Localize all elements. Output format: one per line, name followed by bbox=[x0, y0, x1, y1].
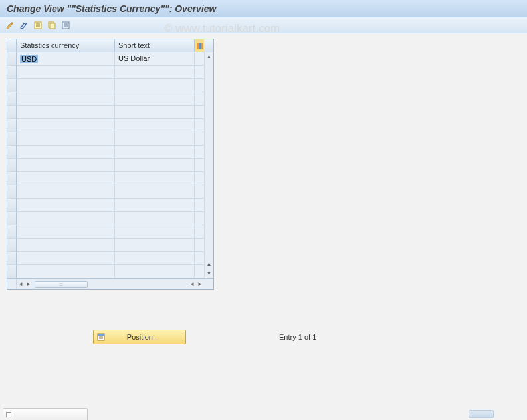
copy-icon[interactable] bbox=[46, 19, 58, 31]
new-entries-icon[interactable] bbox=[32, 19, 44, 31]
row-selector[interactable] bbox=[7, 172, 17, 185]
table-row[interactable] bbox=[7, 212, 204, 225]
table-row[interactable] bbox=[7, 119, 204, 132]
scroll-right-icon[interactable]: ► bbox=[196, 281, 204, 287]
column-config-icon[interactable] bbox=[195, 39, 204, 52]
cell-currency[interactable] bbox=[17, 265, 115, 278]
table-row[interactable]: USDUS Dollar bbox=[7, 52, 204, 66]
horizontal-scrollbar[interactable]: ◄ ► ::: ◄ ► bbox=[7, 278, 213, 289]
delete-icon[interactable] bbox=[60, 19, 72, 31]
row-selector-header[interactable] bbox=[7, 39, 17, 52]
cell-shorttext[interactable] bbox=[115, 252, 195, 264]
cell-shorttext[interactable] bbox=[115, 239, 195, 251]
cell-shorttext[interactable] bbox=[115, 119, 195, 132]
table-row[interactable] bbox=[7, 106, 204, 119]
hscroll-corner bbox=[7, 279, 17, 289]
cell-currency[interactable] bbox=[17, 79, 115, 92]
column-header-currency[interactable]: Statistics currency bbox=[17, 39, 115, 52]
row-selector[interactable] bbox=[7, 132, 17, 145]
table-row[interactable] bbox=[7, 66, 204, 79]
cell-currency[interactable] bbox=[17, 252, 115, 264]
cell-shorttext[interactable] bbox=[115, 159, 195, 171]
scroll-up-icon[interactable]: ▲ bbox=[207, 52, 212, 62]
row-selector[interactable] bbox=[7, 252, 17, 264]
cell-currency[interactable] bbox=[17, 225, 115, 238]
cell-currency[interactable] bbox=[17, 106, 115, 118]
cell-currency[interactable] bbox=[17, 159, 115, 171]
cell-currency[interactable] bbox=[17, 172, 115, 185]
cell-shorttext[interactable] bbox=[115, 265, 195, 278]
row-selector[interactable] bbox=[7, 66, 17, 78]
table-row[interactable] bbox=[7, 159, 204, 172]
cell-currency[interactable] bbox=[17, 212, 115, 225]
row-selector[interactable] bbox=[7, 185, 17, 198]
bottom-status-box bbox=[469, 410, 494, 418]
row-selector[interactable] bbox=[7, 225, 17, 238]
cell-shorttext[interactable]: US Dollar bbox=[115, 52, 195, 65]
tab-box-icon bbox=[6, 412, 11, 417]
grid-header: Statistics currency Short text bbox=[7, 39, 213, 52]
row-selector[interactable] bbox=[7, 52, 17, 65]
scroll-right-step-icon[interactable]: ► bbox=[25, 281, 33, 287]
table-row[interactable] bbox=[7, 132, 204, 146]
toolbar bbox=[0, 17, 527, 33]
cell-shorttext[interactable] bbox=[115, 212, 195, 225]
cell-currency[interactable] bbox=[17, 146, 115, 158]
row-selector[interactable] bbox=[7, 146, 17, 158]
cell-shorttext[interactable] bbox=[115, 66, 195, 78]
row-selector[interactable] bbox=[7, 239, 17, 251]
scroll-down-small-icon[interactable]: ▲ bbox=[207, 260, 212, 269]
cell-currency[interactable] bbox=[17, 185, 115, 198]
table-row[interactable] bbox=[7, 146, 204, 159]
table-row[interactable] bbox=[7, 79, 204, 92]
table-row[interactable] bbox=[7, 265, 204, 278]
cell-currency[interactable] bbox=[17, 92, 115, 105]
cell-currency[interactable]: USD bbox=[17, 52, 115, 65]
table-row[interactable] bbox=[7, 172, 204, 185]
row-selector[interactable] bbox=[7, 212, 17, 225]
cell-shorttext[interactable] bbox=[115, 92, 195, 105]
cell-currency[interactable] bbox=[17, 66, 115, 78]
row-selector[interactable] bbox=[7, 92, 17, 105]
row-selector[interactable] bbox=[7, 159, 17, 171]
cell-currency[interactable] bbox=[17, 132, 115, 145]
cell-shorttext[interactable] bbox=[115, 172, 195, 185]
rows-area: USDUS Dollar bbox=[7, 52, 204, 278]
bottom-tab[interactable] bbox=[3, 408, 88, 420]
position-button[interactable]: Position... bbox=[93, 330, 186, 344]
title-bar: Change View ""Statistics Currency"": Ove… bbox=[0, 0, 527, 17]
svg-rect-11 bbox=[199, 43, 201, 49]
table-row[interactable] bbox=[7, 199, 204, 212]
cell-shorttext[interactable] bbox=[115, 185, 195, 198]
cell-currency[interactable] bbox=[17, 239, 115, 251]
cell-shorttext[interactable] bbox=[115, 199, 195, 211]
svg-rect-5 bbox=[50, 23, 55, 29]
table-row[interactable] bbox=[7, 239, 204, 252]
row-selector[interactable] bbox=[7, 79, 17, 92]
other-entry-icon[interactable] bbox=[18, 19, 30, 31]
cell-shorttext[interactable] bbox=[115, 79, 195, 92]
position-button-label: Position... bbox=[110, 333, 185, 341]
scroll-down-icon[interactable]: ▼ bbox=[207, 269, 212, 278]
display-change-icon[interactable] bbox=[4, 19, 16, 31]
table-row[interactable] bbox=[7, 225, 204, 239]
cell-shorttext[interactable] bbox=[115, 225, 195, 238]
cell-currency[interactable] bbox=[17, 119, 115, 132]
cell-shorttext[interactable] bbox=[115, 146, 195, 158]
cell-shorttext[interactable] bbox=[115, 106, 195, 118]
table-row[interactable] bbox=[7, 92, 204, 106]
table-row[interactable] bbox=[7, 252, 204, 265]
vertical-scrollbar[interactable]: ▲ ▲ ▼ bbox=[204, 52, 213, 278]
table-row[interactable] bbox=[7, 185, 204, 199]
cell-currency[interactable] bbox=[17, 199, 115, 211]
hscroll-thumb[interactable]: ::: bbox=[35, 281, 88, 288]
scroll-left-icon[interactable]: ◄ bbox=[17, 281, 25, 287]
scroll-left-end-icon[interactable]: ◄ bbox=[188, 281, 196, 287]
row-selector[interactable] bbox=[7, 106, 17, 118]
row-selector[interactable] bbox=[7, 199, 17, 211]
row-selector[interactable] bbox=[7, 119, 17, 132]
column-header-shorttext[interactable]: Short text bbox=[115, 39, 195, 52]
cell-shorttext[interactable] bbox=[115, 132, 195, 145]
page-title: Change View ""Statistics Currency"": Ove… bbox=[7, 3, 216, 14]
row-selector[interactable] bbox=[7, 265, 17, 278]
